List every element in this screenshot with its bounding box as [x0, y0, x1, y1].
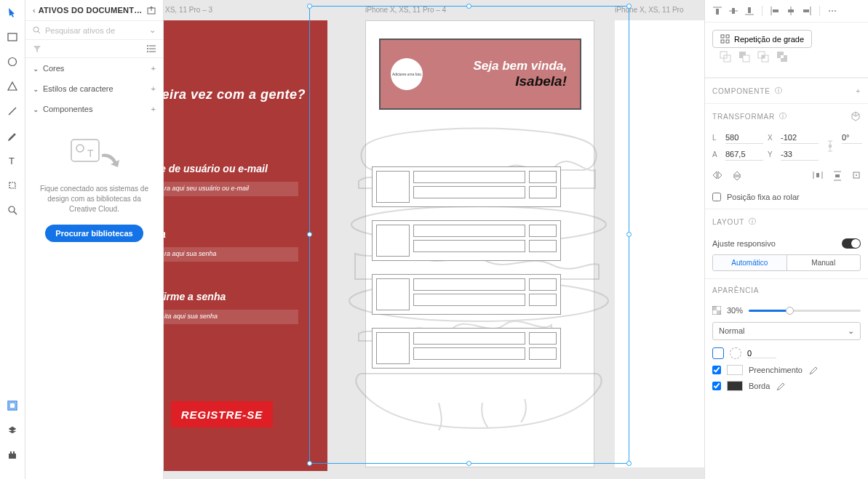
artboard-label[interactable]: iPhone X, XS, 11 Pro – 4: [365, 6, 446, 14]
section-label: Cores: [43, 64, 64, 73]
seg-auto[interactable]: Automático: [713, 255, 787, 270]
opacity-slider[interactable]: [749, 310, 861, 312]
scroll-icon[interactable]: [852, 171, 861, 181]
tool-line[interactable]: [6, 105, 19, 118]
add-icon[interactable]: +: [151, 84, 156, 93]
corner-all-icon[interactable]: [712, 347, 724, 359]
align-top-icon[interactable]: [712, 6, 722, 16]
assets-panel: ‹ ATIVOS DO DOCUMENT… Pesquisar ativos d…: [25, 0, 164, 479]
3d-icon[interactable]: [851, 111, 861, 121]
x-label: X: [768, 134, 776, 142]
add-icon[interactable]: +: [151, 64, 156, 73]
section-appearance: APARÊNCIA: [705, 278, 868, 302]
flip-h-icon[interactable]: [712, 171, 722, 181]
boolean-exclude-icon[interactable]: [776, 51, 788, 63]
border-swatch[interactable]: [727, 381, 743, 391]
info-icon[interactable]: ⓘ: [749, 217, 757, 227]
repeat-grid-button[interactable]: Repetição de grade: [712, 30, 812, 48]
corner-radius-input[interactable]: [747, 349, 776, 358]
list-view-icon[interactable]: [147, 44, 156, 53]
y-input[interactable]: [781, 148, 819, 161]
align-left-icon[interactable]: [770, 6, 780, 16]
align-vcenter-icon[interactable]: [728, 6, 738, 16]
artboard-label[interactable]: XS, 11 Pro – 3: [165, 6, 212, 14]
artboard-5[interactable]: [615, 20, 704, 467]
fill-swatch[interactable]: [727, 365, 743, 375]
fix-scroll-row[interactable]: Posição fixa ao rolar: [705, 188, 868, 209]
design-canvas[interactable]: XS, 11 Pro – 3 iPhone X, XS, 11 Pro – 4 …: [164, 0, 704, 479]
boolean-intersect-icon[interactable]: [757, 51, 769, 63]
svg-line-2: [9, 108, 16, 115]
section-charstyles[interactable]: ⌄ Estilos de caractere +: [25, 79, 163, 99]
filter-icon[interactable]: [33, 44, 41, 53]
align-hcenter-icon[interactable]: [786, 6, 796, 16]
fix-scroll-checkbox[interactable]: [712, 193, 721, 201]
tab-layers[interactable]: [6, 424, 19, 437]
welcome-line1: Seja bem vinda,: [423, 59, 567, 73]
x-input[interactable]: [781, 132, 819, 144]
border-checkbox[interactable]: [712, 382, 721, 390]
svg-rect-42: [726, 35, 729, 38]
svg-rect-41: [721, 35, 724, 38]
back-icon[interactable]: ‹: [33, 6, 36, 15]
repeat-grid-row: Repetição de grade: [705, 23, 868, 78]
add-component-icon[interactable]: +: [856, 87, 861, 95]
dist-h-icon[interactable]: [813, 171, 823, 181]
artboard-label[interactable]: iPhone X, XS, 11 Pro: [615, 6, 684, 14]
artboard-3[interactable]: meira vez com a gente? e de usuário ou e…: [164, 20, 327, 471]
svg-text:T: T: [9, 156, 15, 166]
add-photo-circle: Adicione uma foto: [391, 58, 423, 90]
dist-v-icon[interactable]: [833, 171, 842, 181]
share-icon[interactable]: [147, 6, 156, 15]
lock-aspect-icon[interactable]: [823, 139, 837, 153]
card-list: [372, 166, 561, 382]
info-icon[interactable]: ⓘ: [779, 111, 787, 121]
responsive-toggle[interactable]: [842, 238, 861, 249]
height-input[interactable]: [725, 148, 763, 161]
corner-independent-icon[interactable]: [730, 347, 741, 359]
fill-checkbox[interactable]: [712, 366, 721, 374]
register-button: REGISTRE-SE: [171, 401, 273, 427]
search-icon: [33, 26, 41, 34]
more-align-icon[interactable]: [827, 6, 837, 16]
welcome-banner: Adicione uma foto Seja bem vinda, Isabel…: [379, 39, 581, 110]
section-components[interactable]: ⌄ Componentes +: [25, 99, 163, 119]
svg-rect-55: [829, 145, 832, 148]
fill-label: Preenchimento: [749, 366, 803, 374]
tool-zoom[interactable]: [6, 204, 19, 217]
tool-pen[interactable]: [6, 129, 19, 142]
width-input[interactable]: [725, 132, 763, 144]
align-bottom-icon[interactable]: [744, 6, 754, 16]
tool-rectangle[interactable]: [6, 31, 19, 44]
svg-point-13: [33, 27, 39, 32]
svg-line-6: [14, 212, 17, 214]
tool-polygon[interactable]: [6, 80, 19, 93]
blend-mode-select[interactable]: Normal ⌄: [712, 322, 861, 340]
add-icon[interactable]: +: [151, 105, 156, 113]
align-right-icon[interactable]: [802, 6, 812, 16]
section-colors[interactable]: ⌄ Cores +: [25, 58, 163, 79]
assets-search[interactable]: Pesquisar ativos de ⌄: [25, 21, 163, 40]
tool-select[interactable]: [6, 6, 19, 19]
tab-plugins[interactable]: [6, 448, 19, 462]
artboard-4[interactable]: Adicione uma foto Seja bem vinda, Isabel…: [365, 20, 594, 467]
seg-manual[interactable]: Manual: [787, 255, 861, 270]
svg-line-14: [38, 31, 40, 33]
flip-v-icon[interactable]: [733, 171, 741, 181]
rotation-input[interactable]: [842, 132, 862, 144]
svg-rect-65: [717, 310, 721, 315]
tab-assets[interactable]: [6, 399, 19, 412]
svg-point-18: [147, 45, 148, 47]
tool-text[interactable]: T: [6, 154, 19, 167]
boolean-subtract-icon[interactable]: [738, 51, 750, 63]
tool-artboard[interactable]: [6, 179, 19, 192]
eyedropper-icon[interactable]: [776, 382, 784, 390]
promo-message: Fique conectado aos sistemas de design c…: [37, 184, 151, 214]
y-label: Y: [768, 150, 776, 158]
info-icon[interactable]: ⓘ: [775, 86, 783, 96]
svg-rect-43: [721, 40, 724, 43]
tool-ellipse[interactable]: [6, 55, 19, 68]
browse-libraries-button[interactable]: Procurar bibliotecas: [45, 225, 143, 242]
boolean-add-icon[interactable]: [720, 51, 731, 63]
eyedropper-icon[interactable]: [808, 366, 817, 374]
